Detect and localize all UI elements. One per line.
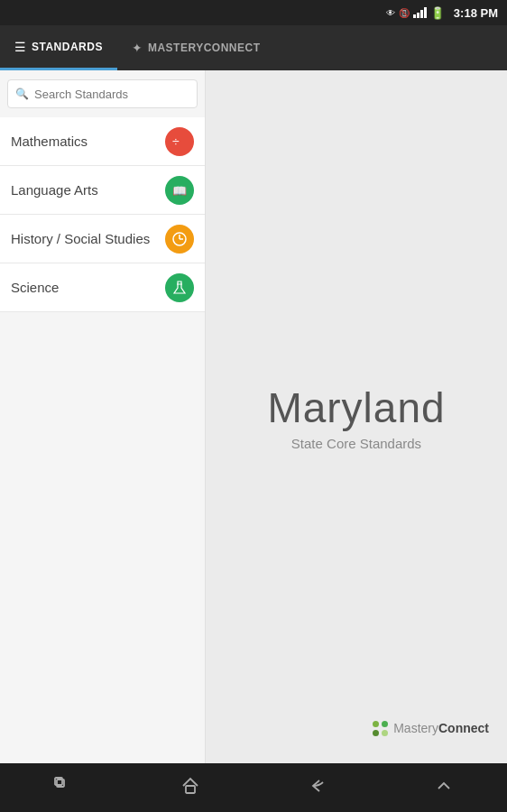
top-nav: ☰ STANDARDS ✦ MASTERYCONNECT xyxy=(0,25,507,70)
chevron-up-icon xyxy=(434,776,454,800)
lang-icon: 📖 xyxy=(165,176,194,205)
back-button[interactable] xyxy=(298,767,336,809)
battery-icon: 🔋 xyxy=(430,6,445,20)
status-bar: 👁 📵 🔋 3:18 PM xyxy=(0,0,507,25)
home-icon xyxy=(180,776,200,800)
standards-icon: ☰ xyxy=(14,40,26,54)
svg-rect-8 xyxy=(186,786,195,793)
subject-item-science[interactable]: Science xyxy=(0,263,205,312)
more-button[interactable] xyxy=(425,767,463,809)
wifi-off-icon: 📵 xyxy=(399,8,410,18)
subject-label-lang: Language Arts xyxy=(11,182,98,198)
bottom-nav xyxy=(0,763,507,812)
search-input[interactable] xyxy=(34,88,189,101)
main-title-area: Maryland State Core Standards xyxy=(267,383,445,451)
back-icon xyxy=(307,776,327,800)
content-panel: Maryland State Core Standards MasteryCon… xyxy=(206,70,507,763)
state-subtitle: State Core Standards xyxy=(267,436,445,451)
math-icon: ÷ xyxy=(165,127,194,156)
main-content: 🔍 Mathematics ÷ Language Arts 📖 xyxy=(0,70,507,763)
recent-apps-button[interactable] xyxy=(44,767,82,809)
subject-label-math: Mathematics xyxy=(11,134,88,149)
mastery-icon: ✦ xyxy=(132,41,143,55)
mastery-logo-text: MasteryConnect xyxy=(393,720,489,736)
mastery-connect-logo: MasteryConnect xyxy=(373,720,489,736)
search-container: 🔍 xyxy=(0,70,205,117)
home-button[interactable] xyxy=(171,767,209,809)
subject-label-history: History / Social Studies xyxy=(11,231,150,246)
svg-text:📖: 📖 xyxy=(172,183,188,198)
eye-icon: 👁 xyxy=(386,8,395,18)
subject-label-science: Science xyxy=(11,280,59,295)
recent-apps-icon xyxy=(53,776,73,800)
mastery-dots-icon xyxy=(373,721,388,736)
history-icon xyxy=(165,225,194,254)
science-icon xyxy=(165,273,194,302)
subject-item-language-arts[interactable]: Language Arts 📖 xyxy=(0,166,205,215)
search-icon: 🔍 xyxy=(15,88,29,100)
subject-item-mathematics[interactable]: Mathematics ÷ xyxy=(0,117,205,166)
sidebar: 🔍 Mathematics ÷ Language Arts 📖 xyxy=(0,70,206,763)
subject-item-history[interactable]: History / Social Studies xyxy=(0,215,205,263)
tab-standards[interactable]: ☰ STANDARDS xyxy=(0,25,117,70)
status-time: 3:18 PM xyxy=(454,6,498,20)
state-title: Maryland xyxy=(267,383,445,432)
tab-mastery-label: MASTERYCONNECT xyxy=(148,42,261,54)
mastery-text-bold: Connect xyxy=(438,721,489,735)
tab-standards-label: STANDARDS xyxy=(32,41,103,53)
tab-masteryconnect[interactable]: ✦ MASTERYCONNECT xyxy=(117,25,275,70)
signal-icon xyxy=(413,7,427,18)
mastery-text-normal: Mastery xyxy=(393,721,438,735)
search-box[interactable]: 🔍 xyxy=(7,79,198,108)
status-icons: 👁 📵 🔋 3:18 PM xyxy=(386,6,498,20)
svg-text:÷: ÷ xyxy=(172,134,180,149)
